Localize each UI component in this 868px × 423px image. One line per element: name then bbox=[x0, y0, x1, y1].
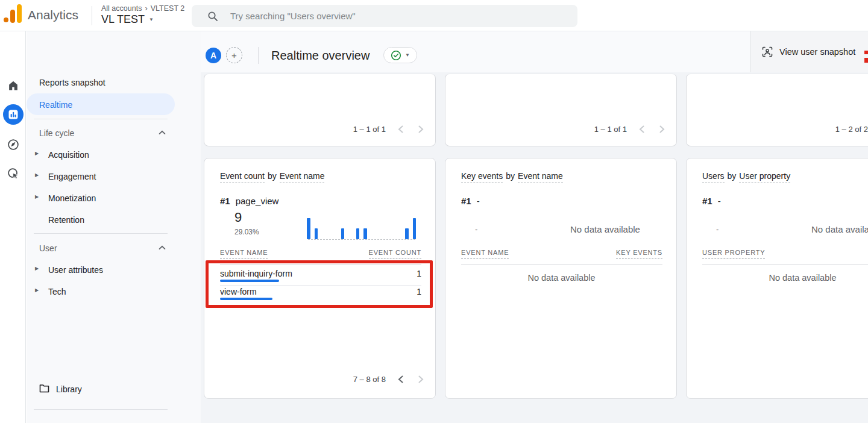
sidebar-item-acquisition[interactable]: Acquisition bbox=[48, 150, 89, 160]
sidebar-section-life-cycle[interactable]: Life cycle bbox=[39, 128, 74, 138]
divider bbox=[34, 119, 168, 119]
reports-nav-button[interactable] bbox=[0, 104, 26, 125]
sparkline-bar bbox=[405, 228, 409, 239]
divider bbox=[702, 264, 868, 265]
expand-icon[interactable]: ▶ bbox=[35, 151, 39, 156]
table-row: view-form 1 bbox=[220, 287, 421, 296]
expand-icon[interactable]: ▶ bbox=[35, 194, 39, 199]
divider bbox=[220, 264, 421, 265]
top-item-name: - bbox=[718, 196, 721, 206]
pagination-next-button[interactable] bbox=[656, 123, 668, 135]
column-header-event-count[interactable]: EVENT COUNT bbox=[369, 249, 421, 258]
analytics-logo-icon bbox=[10, 10, 15, 23]
top-item-name: page_view bbox=[236, 196, 279, 206]
sidebar-item-reports-snapshot[interactable]: Reports snapshot bbox=[39, 78, 105, 87]
avatar[interactable]: A bbox=[206, 48, 221, 63]
divider bbox=[220, 285, 421, 286]
column-header-key-events[interactable]: KEY EVENTS bbox=[616, 249, 662, 258]
card-event-count: Event count by Event name #1 page_view 9… bbox=[204, 158, 436, 399]
property-selector[interactable]: VL TEST ▼ bbox=[101, 13, 154, 26]
dimension-link[interactable]: Event name bbox=[518, 171, 563, 183]
dimension-link[interactable]: User property bbox=[739, 171, 790, 183]
sidebar-item-retention[interactable]: Retention bbox=[48, 215, 84, 225]
property-name: VL TEST bbox=[101, 13, 145, 26]
analytics-logo-icon bbox=[4, 17, 8, 22]
expand-icon[interactable]: ▶ bbox=[35, 287, 39, 293]
no-data-label: No data available bbox=[687, 273, 868, 283]
by-label: by bbox=[728, 171, 737, 183]
app-rail: ⚙ bbox=[0, 31, 26, 423]
metric-value: - bbox=[475, 225, 477, 234]
divider bbox=[92, 6, 92, 25]
advertising-nav-button[interactable] bbox=[0, 167, 26, 180]
pagination-prev-button[interactable] bbox=[394, 373, 406, 385]
pagination-prev-button[interactable] bbox=[394, 123, 406, 135]
card-users-by-property: Users by User property #1 - - No data av… bbox=[686, 158, 868, 399]
metric-link[interactable]: Event count bbox=[220, 171, 265, 183]
explore-nav-button[interactable] bbox=[0, 138, 26, 151]
view-user-snapshot-label: View user snapshot bbox=[779, 47, 855, 57]
data-status-dropdown[interactable]: ▼ bbox=[383, 47, 417, 63]
divider bbox=[34, 409, 168, 410]
metric-link[interactable]: Users bbox=[702, 171, 725, 183]
top-item-line: #1 - bbox=[702, 196, 721, 206]
card-row1-3: 1 – 2 of 2 bbox=[686, 74, 868, 146]
clipped-red-annotation bbox=[864, 51, 868, 54]
no-data-label: No data available bbox=[811, 224, 868, 234]
divider bbox=[34, 233, 168, 234]
event-name-cell: submit-inquiry-form bbox=[220, 269, 292, 278]
breadcrumb[interactable]: All accounts › VLTEST 2 bbox=[101, 4, 184, 13]
metric-value: 9 bbox=[234, 210, 242, 225]
sidebar-item-user-attributes[interactable]: User attributes bbox=[48, 265, 103, 275]
rank-label: #1 bbox=[220, 196, 230, 206]
top-app-bar: Analytics All accounts › VLTEST 2 VL TES… bbox=[0, 0, 868, 31]
sparkline-bar bbox=[315, 228, 318, 239]
sidebar-item-monetization[interactable]: Monetization bbox=[48, 193, 96, 203]
expand-icon[interactable]: ▶ bbox=[35, 266, 39, 271]
no-data-label: No data available bbox=[445, 273, 678, 283]
chevron-down-icon: ▼ bbox=[149, 17, 154, 22]
pagination-label: 1 – 2 of 2 bbox=[835, 125, 868, 134]
card-row1-2: 1 – 1 of 1 bbox=[445, 74, 677, 146]
column-header-user-property[interactable]: USER PROPERTY bbox=[702, 249, 765, 258]
chevron-down-icon: ▼ bbox=[405, 52, 410, 58]
advertising-icon bbox=[7, 167, 20, 180]
breadcrumb-account[interactable]: VLTEST 2 bbox=[151, 4, 185, 13]
view-user-snapshot-button[interactable]: View user snapshot bbox=[750, 31, 868, 72]
sidebar-item-engagement[interactable]: Engagement bbox=[48, 172, 96, 181]
sparkline-bar bbox=[356, 228, 360, 239]
sidebar-item-library[interactable]: Library bbox=[56, 384, 82, 394]
table-header: EVENT NAME EVENT COUNT bbox=[220, 249, 421, 258]
rank-label: #1 bbox=[461, 196, 471, 206]
table-header: EVENT NAME KEY EVENTS bbox=[461, 249, 662, 258]
chevron-up-icon[interactable] bbox=[159, 130, 166, 135]
expand-icon[interactable]: ▶ bbox=[35, 172, 39, 178]
pagination-next-button[interactable] bbox=[415, 123, 427, 135]
search-bar[interactable] bbox=[192, 5, 577, 27]
breadcrumb-all-accounts[interactable]: All accounts bbox=[101, 4, 142, 13]
column-header-event-name[interactable]: EVENT NAME bbox=[220, 249, 268, 258]
event-name-cell: view-form bbox=[220, 287, 257, 296]
by-label: by bbox=[506, 171, 515, 183]
sidebar-section-user[interactable]: User bbox=[39, 243, 57, 253]
search-input[interactable] bbox=[230, 11, 577, 21]
column-header-event-name[interactable]: EVENT NAME bbox=[461, 249, 509, 258]
pagination-prev-button[interactable] bbox=[635, 123, 647, 135]
main-content: A + Realtime overview ▼ View user snapsh… bbox=[201, 31, 868, 423]
pagination-next-button[interactable] bbox=[415, 373, 427, 385]
pagination-label: 1 – 1 of 1 bbox=[353, 125, 386, 134]
value-bar bbox=[220, 280, 279, 282]
add-comparison-button[interactable]: + bbox=[226, 47, 242, 63]
metric-percent: 29.03% bbox=[234, 228, 259, 236]
sidebar-item-realtime-label[interactable]: Realtime bbox=[39, 100, 72, 110]
sidebar-item-tech[interactable]: Tech bbox=[48, 287, 66, 296]
metric-link[interactable]: Key events bbox=[461, 171, 503, 183]
pagination-label: 1 – 1 of 1 bbox=[594, 125, 627, 134]
home-nav-button[interactable] bbox=[0, 80, 26, 92]
dimension-link[interactable]: Event name bbox=[280, 171, 325, 183]
plus-icon: + bbox=[231, 50, 237, 60]
home-icon bbox=[7, 80, 19, 92]
check-circle-icon bbox=[391, 50, 401, 61]
value-bar bbox=[220, 298, 272, 300]
chevron-up-icon[interactable] bbox=[159, 245, 166, 250]
